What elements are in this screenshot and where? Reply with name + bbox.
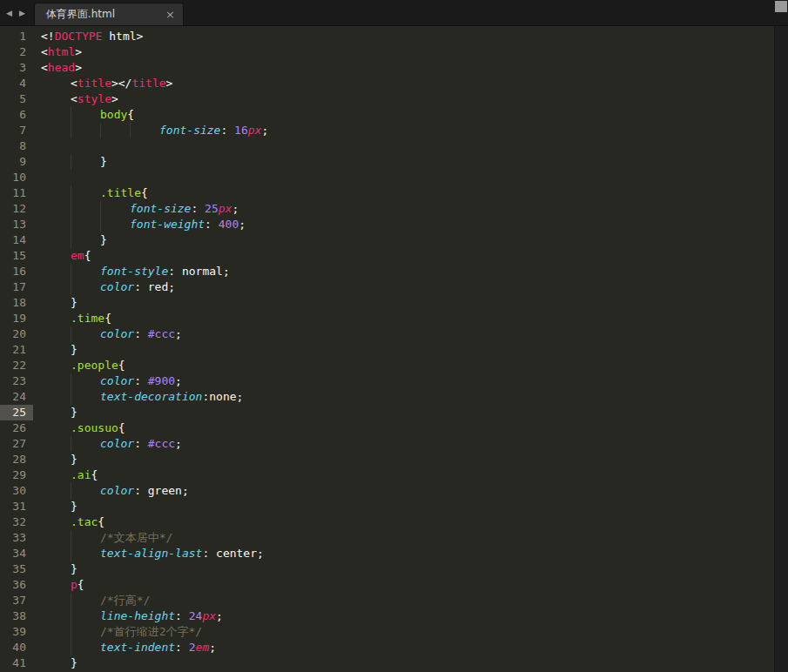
code-line[interactable]: 16font-style: normal;: [0, 264, 774, 279]
code-line[interactable]: 33/*文本居中*/: [0, 530, 774, 546]
code-line[interactable]: 20color: #ccc;: [0, 326, 774, 342]
code-line-text: p{: [33, 577, 774, 593]
code-line[interactable]: 24text-decoration:none;: [0, 389, 774, 405]
code-line-text: line-height: 24px;: [33, 608, 774, 624]
code-line[interactable]: 41}: [0, 655, 774, 671]
code-view[interactable]: 1<!DOCTYPE html>2<html>3<head>4<title></…: [0, 26, 774, 672]
code-line[interactable]: 4<title></title>: [0, 76, 774, 91]
token-pl: {: [98, 515, 104, 528]
code-line-text: font-style: normal;: [33, 264, 774, 279]
code-line[interactable]: 3<head>: [0, 60, 774, 76]
code-line[interactable]: 25}: [0, 405, 774, 420]
indent-guide: [71, 201, 100, 217]
code-line[interactable]: 39/*首行缩进2个字*/: [0, 624, 774, 640]
token-prop: text-indent: [100, 641, 175, 654]
line-number: 1: [0, 29, 33, 44]
tab-close-icon[interactable]: ×: [165, 9, 175, 20]
code-line-text: color: #ccc;: [33, 326, 774, 342]
code-line[interactable]: 1<!DOCTYPE html>: [0, 29, 774, 44]
code-line[interactable]: 10: [0, 170, 774, 185]
code-line[interactable]: 8: [0, 138, 774, 154]
token-pl: <: [71, 92, 77, 105]
token-prop: color: [100, 280, 134, 293]
code-line-text: color: red;: [33, 279, 774, 295]
code-line[interactable]: 37/*行高*/: [0, 593, 774, 608]
token-pl: <: [71, 77, 77, 90]
token-pl: }: [100, 155, 107, 168]
code-line[interactable]: 15em{: [0, 248, 774, 264]
code-line[interactable]: 34text-align-last: center;: [0, 546, 774, 561]
tab-scroll-right-icon[interactable]: ▶: [19, 9, 25, 17]
indent-guide: [41, 326, 71, 342]
line-number: 14: [0, 232, 33, 248]
token-pl: ;: [182, 484, 189, 497]
code-line[interactable]: 38line-height: 24px;: [0, 608, 774, 624]
code-line-text: <head>: [33, 60, 774, 76]
line-number: 23: [0, 373, 33, 389]
scrollbar-track[interactable]: [774, 26, 788, 672]
code-line[interactable]: 40text-indent: 2em;: [0, 640, 774, 655]
indent-guide: [41, 201, 71, 217]
code-line[interactable]: 36p{: [0, 577, 774, 593]
code-line[interactable]: 7font-size: 16px;: [0, 123, 774, 138]
code-line-text: }: [33, 342, 774, 358]
code-line-text: .people{: [33, 358, 774, 373]
indent-guide: [41, 76, 71, 91]
code-line[interactable]: 18}: [0, 295, 774, 311]
token-prop: color: [100, 484, 134, 497]
token-pl: }: [71, 343, 77, 356]
line-number: 34: [0, 546, 33, 561]
code-line[interactable]: 6body{: [0, 107, 774, 123]
code-line[interactable]: 29.ai{: [0, 467, 774, 483]
code-line[interactable]: 19.time{: [0, 311, 774, 326]
token-pl: :: [191, 202, 205, 215]
code-line[interactable]: 12font-size: 25px;: [0, 201, 774, 217]
code-line-text: .tac{: [33, 514, 774, 530]
line-number: 30: [0, 483, 33, 499]
code-line[interactable]: 17color: red;: [0, 279, 774, 295]
indent-guide: [41, 655, 71, 671]
code-line[interactable]: 27color: #ccc;: [0, 436, 774, 452]
line-number: 41: [0, 655, 33, 671]
indent-guide: [71, 593, 100, 608]
code-line-text: body{: [33, 107, 774, 123]
code-line[interactable]: 22.people{: [0, 358, 774, 373]
line-number: 11: [0, 185, 33, 201]
code-line[interactable]: 11.title{: [0, 185, 774, 201]
indent-guide: [71, 436, 100, 452]
indent-guide: [71, 217, 100, 232]
token-num: 25: [205, 202, 219, 215]
code-line-text: }: [33, 154, 774, 170]
tab-scroll-left-icon[interactable]: ◀: [6, 9, 12, 17]
code-line-text: .ai{: [33, 467, 774, 483]
token-val: center: [216, 547, 257, 560]
code-line[interactable]: 14}: [0, 232, 774, 248]
indent-guide: [41, 264, 71, 279]
indent-guide: [41, 436, 71, 452]
token-pl: >: [137, 30, 144, 43]
indent-guide: [41, 577, 71, 593]
token-pl: :: [168, 265, 182, 278]
token-val: red: [148, 280, 168, 293]
code-line-text: em{: [33, 248, 774, 264]
line-number: 40: [0, 640, 33, 655]
token-unit: em: [196, 641, 210, 654]
code-line[interactable]: 35}: [0, 561, 774, 577]
code-line[interactable]: 30color: green;: [0, 483, 774, 499]
code-line[interactable]: 26.sousuo{: [0, 420, 774, 436]
code-line[interactable]: 5<style>: [0, 91, 774, 107]
code-line-text: .title{: [33, 185, 774, 201]
code-line[interactable]: 13font-weight: 400;: [0, 217, 774, 232]
line-number: 32: [0, 514, 33, 530]
code-line[interactable]: 2<html>: [0, 44, 774, 60]
code-line[interactable]: 23color: #900;: [0, 373, 774, 389]
code-line[interactable]: 21}: [0, 342, 774, 358]
token-pl: ;: [175, 374, 182, 387]
code-line-text: }: [33, 499, 774, 514]
code-line[interactable]: 32.tac{: [0, 514, 774, 530]
tab-file[interactable]: 体育界面.html ×: [34, 3, 184, 25]
code-line[interactable]: 9}: [0, 154, 774, 170]
code-line[interactable]: 28}: [0, 452, 774, 467]
code-line[interactable]: 31}: [0, 499, 774, 514]
indent-guide: [100, 123, 130, 138]
